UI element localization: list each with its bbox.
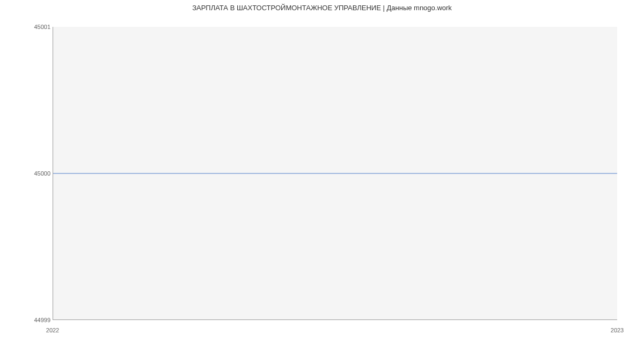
x-axis-tick-label: 2023 bbox=[611, 327, 624, 333]
x-axis-tick-label: 2022 bbox=[46, 327, 59, 333]
chart-title: ЗАРПЛАТА В ШАХТОСТРОЙМОНТАЖНОЕ УПРАВЛЕНИ… bbox=[0, 4, 644, 12]
data-line bbox=[53, 173, 617, 173]
chart-container: ЗАРПЛАТА В ШАХТОСТРОЙМОНТАЖНОЕ УПРАВЛЕНИ… bbox=[0, 0, 644, 349]
y-axis-tick-label: 45000 bbox=[34, 170, 50, 177]
y-axis-tick-label: 45001 bbox=[34, 24, 50, 30]
plot-area bbox=[53, 27, 617, 320]
y-axis-tick-label: 44999 bbox=[34, 317, 50, 323]
